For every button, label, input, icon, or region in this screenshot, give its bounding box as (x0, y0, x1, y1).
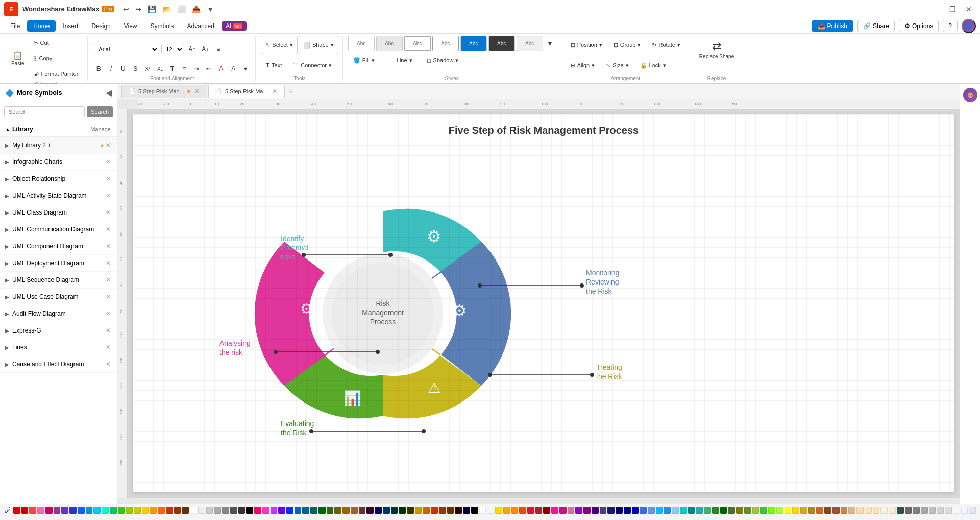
color-swatch[interactable] (785, 507, 792, 514)
color-swatch[interactable] (391, 507, 398, 514)
canvas-wrapper[interactable]: -20 -10 0 10 20 30 40 50 60 70 80 90 100… (117, 99, 960, 498)
color-swatch[interactable] (286, 507, 293, 514)
style-box-1[interactable]: Abc (348, 36, 375, 51)
lock-button[interactable]: 🔒 Lock ▾ (635, 58, 671, 73)
more-tb-button[interactable]: ▼ (204, 4, 216, 15)
color-swatch[interactable] (728, 507, 735, 514)
color-swatch[interactable] (214, 507, 221, 514)
color-swatch[interactable] (945, 507, 952, 514)
color-swatch[interactable] (246, 507, 253, 514)
color-swatch[interactable] (69, 507, 77, 514)
menu-item-home[interactable]: Home (27, 20, 56, 32)
cause-effect-close-button[interactable]: ✕ (105, 360, 112, 369)
style-box-6[interactable]: Abc (488, 36, 515, 51)
sidebar-item-object-relationship[interactable]: ▶ Object Relationship ✕ (0, 171, 117, 187)
size-button[interactable]: ⤡ Size ▾ (601, 58, 633, 73)
color-swatch[interactable] (206, 507, 213, 514)
style-box-2[interactable]: Abc (376, 36, 403, 51)
sidebar-item-uml-sequence[interactable]: ▶ UML Sequence Diagram ✕ (0, 272, 117, 289)
color-swatch[interactable] (856, 507, 864, 514)
color-swatch[interactable] (150, 507, 157, 514)
canvas-page[interactable]: Five Step of Risk Management Process (133, 114, 954, 492)
strikethrough-button[interactable]: S (130, 63, 141, 75)
underline-button[interactable]: U (117, 63, 129, 75)
template-button[interactable]: ⬜ (175, 4, 188, 15)
color-swatch[interactable] (816, 507, 823, 514)
color-swatch[interactable] (559, 507, 567, 514)
color-swatch[interactable] (166, 507, 173, 514)
color-swatch[interactable] (672, 507, 679, 514)
audit-flow-close-button[interactable]: ✕ (105, 309, 112, 318)
color-swatch[interactable] (889, 507, 896, 514)
select-button[interactable]: ↖ Select ▾ (261, 36, 298, 54)
color-swatch[interactable] (45, 507, 53, 514)
color-swatch[interactable] (222, 507, 229, 514)
manage-library-button[interactable]: Manage (89, 125, 112, 133)
color-swatch[interactable] (431, 507, 438, 514)
color-swatch[interactable] (142, 507, 149, 514)
shadow-button[interactable]: ◻ Shadow ▾ (422, 53, 464, 67)
color-swatch[interactable] (535, 507, 543, 514)
color-swatch[interactable] (527, 507, 534, 514)
infographic-charts-close-button[interactable]: ✕ (105, 157, 112, 167)
superscript-button[interactable]: X² (142, 63, 153, 75)
paste-button[interactable]: 📋 Paste (8, 49, 28, 68)
fill-button[interactable]: 🪣 Fill ▾ (348, 53, 380, 67)
sidebar-collapse-button[interactable]: ◀ (106, 88, 112, 98)
color-swatch[interactable] (351, 507, 358, 514)
bold-button[interactable]: B (93, 63, 104, 75)
color-swatch[interactable] (230, 507, 237, 514)
italic-button[interactable]: I (105, 63, 116, 75)
color-swatch[interactable] (551, 507, 558, 514)
user-avatar[interactable]: 🎨 (963, 88, 977, 102)
style-box-7[interactable]: Abc (517, 36, 543, 51)
color-swatch[interactable] (953, 507, 960, 514)
uml-sequence-close-button[interactable]: ✕ (105, 275, 112, 285)
color-swatch[interactable] (13, 507, 20, 514)
close-button[interactable]: ✕ (962, 4, 976, 14)
color-swatch[interactable] (110, 507, 117, 514)
style-box-4[interactable]: Abc (432, 36, 459, 51)
styles-expand-button[interactable]: ▾ (545, 38, 556, 49)
uml-deployment-close-button[interactable]: ✕ (105, 258, 112, 268)
color-swatch[interactable] (752, 507, 760, 514)
object-relationship-close-button[interactable]: ✕ (105, 174, 112, 183)
color-swatch[interactable] (792, 507, 799, 514)
color-swatch[interactable] (800, 507, 807, 514)
color-swatch[interactable] (342, 507, 350, 514)
color-swatch[interactable] (841, 507, 848, 514)
sidebar-item-uml-communication[interactable]: ▶ UML Communication Diagram ✕ (0, 221, 117, 238)
sidebar-item-my-library[interactable]: ▶ My Library 2 + ★ ✕ (0, 137, 117, 154)
color-swatch[interactable] (278, 507, 285, 514)
color-swatch[interactable] (174, 507, 181, 514)
export-button[interactable]: 📤 (189, 4, 203, 15)
color-swatch[interactable] (688, 507, 695, 514)
bullets-button[interactable]: ≡ (179, 63, 190, 75)
sidebar-item-uml-component[interactable]: ▶ UML Component Diagram ✕ (0, 238, 117, 255)
color-swatch[interactable] (86, 507, 93, 514)
uml-communication-close-button[interactable]: ✕ (105, 225, 112, 234)
rotate-button[interactable]: ↻ Rotate ▾ (647, 38, 685, 52)
color-swatch[interactable] (383, 507, 390, 514)
options-button[interactable]: ⚙ Options (899, 20, 939, 32)
color-swatch[interactable] (447, 507, 454, 514)
menu-item-insert[interactable]: Insert (57, 20, 84, 32)
color-swatch[interactable] (880, 507, 888, 514)
color-swatch[interactable] (929, 507, 936, 514)
color-swatch[interactable] (897, 507, 904, 514)
color-swatch[interactable] (78, 507, 85, 514)
sidebar-item-lines[interactable]: ▶ Lines ✕ (0, 339, 117, 356)
tab-2[interactable]: 📄 5 Step Risk Ma... ✕ (208, 85, 285, 98)
color-swatch[interactable] (607, 507, 615, 514)
text-button[interactable]: T Text (261, 58, 287, 73)
sidebar-item-cause-effect[interactable]: ▶ Cause and Effect Diagram ✕ (0, 356, 117, 373)
color-swatch[interactable] (399, 507, 406, 514)
text-align-button[interactable]: ≡ (213, 43, 224, 55)
color-swatch[interactable] (439, 507, 446, 514)
color-swatch[interactable] (238, 507, 246, 514)
style-box-5[interactable]: Abc (460, 36, 487, 51)
sidebar-item-audit-flow[interactable]: ▶ Audit Flow Diagram ✕ (0, 305, 117, 322)
canvas-content[interactable]: Five Step of Risk Management Process (128, 109, 960, 498)
color-swatch[interactable] (937, 507, 944, 514)
color-swatch[interactable] (624, 507, 631, 514)
